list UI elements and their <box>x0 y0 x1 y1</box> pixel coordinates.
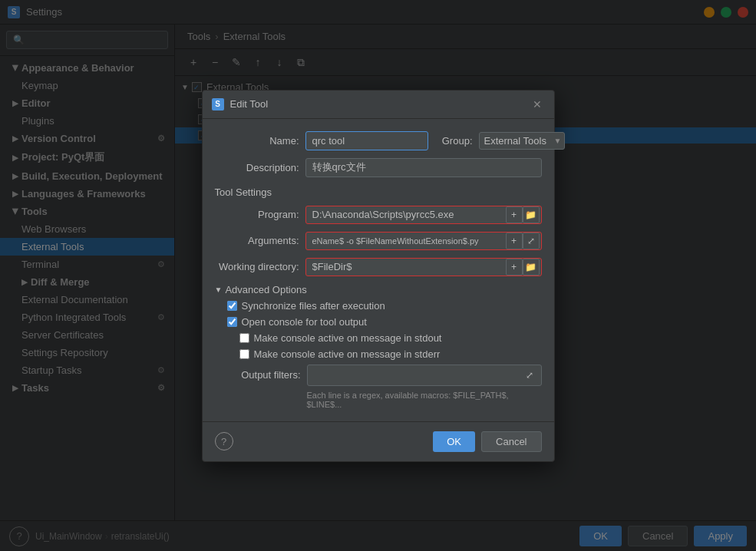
modal-title: Edit Tool <box>230 98 530 110</box>
group-select[interactable]: External Tools <box>479 132 565 150</box>
name-input[interactable] <box>305 131 428 150</box>
description-label: Description: <box>215 162 299 173</box>
program-add-btn[interactable]: + <box>506 206 523 223</box>
working-dir-add-btn[interactable]: + <box>506 259 523 276</box>
open-console-row: Open console for tool output <box>224 316 542 328</box>
open-console-label: Open console for tool output <box>242 316 367 328</box>
program-row: Program: + 📁 <box>215 206 542 224</box>
arguments-add-btn[interactable]: + <box>506 233 523 249</box>
arguments-expand-btn[interactable]: ⤢ <box>523 233 540 249</box>
advanced-options-section: ▼ Advanced Options Synchronize files aft… <box>215 284 542 409</box>
advanced-content: Synchronize files after execution Open c… <box>215 300 542 409</box>
modal-body: Name: Group: External Tools ▼ Descriptio… <box>203 119 554 421</box>
program-input[interactable] <box>308 206 506 223</box>
output-filters-row: Output filters: ⤢ <box>224 365 542 386</box>
console-stderr-checkbox[interactable] <box>239 349 249 359</box>
advanced-label: Advanced Options <box>225 284 306 295</box>
modal-help-button[interactable]: ? <box>215 432 233 450</box>
sync-files-row: Synchronize files after execution <box>224 300 542 312</box>
modal-close-button[interactable]: ✕ <box>530 97 545 112</box>
modal-icon: S <box>212 98 224 111</box>
console-stderr-row: Make console active on message in stderr <box>224 348 542 360</box>
output-filters-label: Output filters: <box>224 369 301 381</box>
arguments-input[interactable] <box>308 234 506 248</box>
arguments-row: Arguments: + ⤢ <box>215 232 542 250</box>
sync-files-checkbox[interactable] <box>227 301 237 311</box>
working-dir-row: Working directory: + 📁 <box>215 258 542 276</box>
output-filters-expand-btn[interactable]: ⤢ <box>521 367 538 384</box>
console-stdout-label: Make console active on message in stdout <box>254 332 442 344</box>
working-dir-folder-btn[interactable]: 📁 <box>523 259 540 276</box>
console-stderr-label: Make console active on message in stderr <box>254 348 441 360</box>
modal-ok-button[interactable]: OK <box>433 431 475 452</box>
modal-cancel-button[interactable]: Cancel <box>481 431 541 452</box>
working-dir-label: Working directory: <box>215 261 299 272</box>
output-filters-input-wrapper: ⤢ <box>307 365 542 386</box>
working-dir-input-wrapper: + 📁 <box>305 258 542 276</box>
modal-footer: ? OK Cancel <box>203 421 554 461</box>
program-label: Program: <box>215 209 299 220</box>
program-input-wrapper: + 📁 <box>305 206 542 224</box>
arguments-input-wrapper: + ⤢ <box>305 232 542 250</box>
description-row: Description: <box>215 158 542 177</box>
arguments-label: Arguments: <box>215 235 299 246</box>
program-folder-btn[interactable]: 📁 <box>523 206 540 223</box>
working-dir-input[interactable] <box>308 259 506 275</box>
group-select-wrapper: External Tools ▼ <box>479 132 562 150</box>
group-label: Group: <box>434 135 473 147</box>
modal-overlay: S Edit Tool ✕ Name: Group: External Tool… <box>0 0 756 551</box>
name-label: Name: <box>215 135 299 147</box>
description-input[interactable] <box>305 158 542 177</box>
advanced-options-toggle[interactable]: ▼ Advanced Options <box>215 284 542 295</box>
name-group-row: Name: Group: External Tools ▼ <box>215 131 542 150</box>
advanced-expand-arrow: ▼ <box>215 285 223 294</box>
edit-tool-modal: S Edit Tool ✕ Name: Group: External Tool… <box>202 90 555 462</box>
modal-footer-actions: OK Cancel <box>433 431 541 452</box>
sync-files-label: Synchronize files after execution <box>242 300 385 312</box>
console-stdout-row: Make console active on message in stdout <box>224 332 542 344</box>
open-console-checkbox[interactable] <box>227 317 237 327</box>
tool-settings-label: Tool Settings <box>215 185 542 198</box>
modal-titlebar: S Edit Tool ✕ <box>203 91 554 119</box>
output-hint-text: Each line is a regex, available macros: … <box>224 391 542 409</box>
console-stdout-checkbox[interactable] <box>239 333 249 343</box>
output-filters-input[interactable] <box>311 370 521 381</box>
